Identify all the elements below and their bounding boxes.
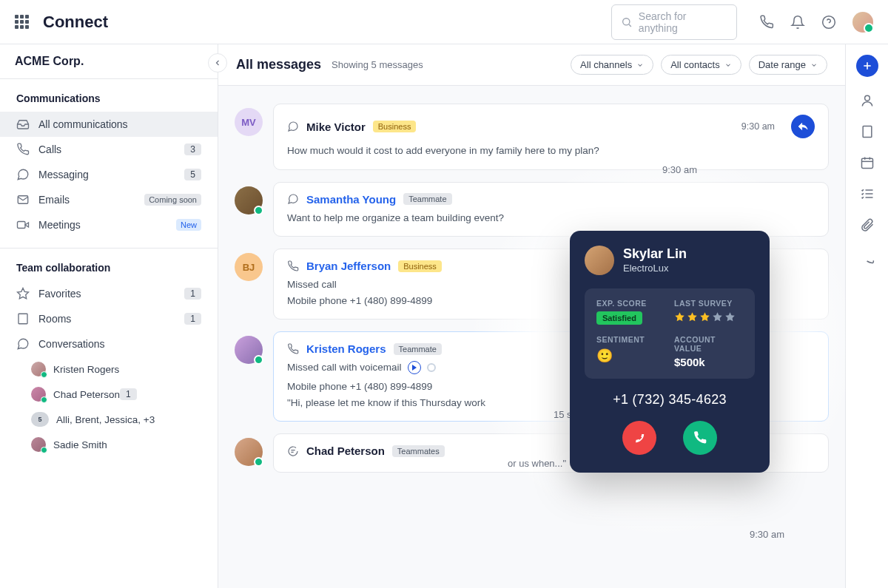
phone-icon [693,430,707,445]
chat-icon [287,193,299,205]
avatar [31,437,46,452]
help-icon[interactable] [821,15,836,30]
attachment-icon[interactable] [860,217,875,232]
sidebar-item-all-communications[interactable]: All communications [0,112,218,137]
sidebar-item-conversations[interactable]: Conversations [0,331,218,356]
sidebar-item-label: All communications [38,118,201,130]
dialer-icon[interactable] [860,250,875,265]
conversation-label: Chad Peterson [53,389,120,400]
contact-type-chip: Teammate [403,193,451,205]
conversation-item[interactable]: Chad Peterson 1 [0,382,218,407]
sidebar-item-label: Conversations [38,338,201,350]
conversation-item[interactable]: 5 Alli, Brent, Jessica, +3 [0,407,218,432]
filter-label: All channels [580,59,632,70]
sidebar-section-communications: Communications [0,79,218,112]
sentiment-emoji: 🙂 [596,348,665,364]
search-placeholder: Search for anything [639,10,727,34]
workspace-name: ACME Corp. [15,55,84,68]
sidebar-item-label: Favorites [38,288,184,300]
sidebar-item-favorites[interactable]: Favorites 1 [0,281,218,306]
message-body: How much would it cost to add everyone i… [287,143,815,159]
decline-call-button[interactable] [622,421,656,455]
sidebar-item-emails[interactable]: Emails Coming soon [0,187,218,212]
avatar [31,387,46,402]
sender-name[interactable]: Bryan Jefferson [306,260,391,272]
messages-subtitle: Showing 5 messages [332,59,423,70]
phone-icon [16,143,30,156]
reply-button[interactable] [791,115,815,138]
workspace-header: ACME Corp. [0,44,218,79]
stat-exp-score: EXP. SCORE Satisfied [596,299,665,325]
sidebar-item-rooms[interactable]: Rooms 1 [0,306,218,331]
profile-icon[interactable] [860,93,875,108]
filter-date[interactable]: Date range [749,55,827,75]
calendar-icon[interactable] [860,155,875,170]
svg-rect-23 [861,158,872,168]
conversation-label: Alli, Brent, Jessica, +3 [56,414,155,425]
header-actions [759,15,836,30]
chat-icon [16,168,30,181]
search-icon [621,16,633,28]
reply-arrow-icon [797,121,809,132]
sender-name[interactable]: Kristen Rogers [306,342,386,355]
mail-icon [16,193,30,206]
chevron-down-icon [636,61,644,69]
inbox-icon [16,118,30,131]
sidebar-item-messaging[interactable]: Messaging 5 [0,162,218,187]
building-icon[interactable] [860,124,875,139]
stat-label: EXP. SCORE [596,299,665,308]
message-body: Want to help me organize a team building… [287,210,815,226]
sidebar-collapse-button[interactable] [208,53,227,72]
sidebar-item-label: Emails [38,194,144,206]
filter-label: Date range [758,59,806,70]
filter-contacts[interactable]: All contacts [661,55,741,75]
voicemail-label: Missed call with voicemail [287,359,402,376]
conversation-item[interactable]: Sadie Smith [0,432,218,457]
avatar [31,362,46,376]
avatar: MV [235,108,263,136]
sidebar-item-calls[interactable]: Calls 3 [0,137,218,162]
message-row[interactable]: Samantha Young Teammate Want to help me … [235,182,829,237]
tasks-icon[interactable] [860,186,875,201]
phone-icon[interactable] [759,15,774,30]
chat-icon [16,337,30,351]
content: All messages Showing 5 messages All chan… [218,44,888,588]
play-voicemail-button[interactable] [408,361,421,374]
plus-icon [861,60,873,72]
sender-name[interactable]: Samantha Young [306,193,396,206]
app-title: Connect [43,13,108,32]
user-avatar[interactable] [852,12,873,33]
message-row[interactable]: MV Mike Victor Business 9:30 am How much… [235,104,829,170]
contact-type-chip: Teammates [392,445,445,457]
messages-title: All messages [236,57,321,72]
conversation-item[interactable]: Kristen Rogers [0,356,218,382]
filter-label: All contacts [670,59,719,70]
svg-marker-7 [18,288,29,299]
filter-channels[interactable]: All channels [571,55,653,75]
add-button[interactable] [856,55,878,77]
phone-icon [287,260,299,272]
sidebar-item-label: Rooms [38,313,184,325]
scrub-handle[interactable] [427,363,436,372]
svg-rect-5 [18,222,26,229]
apps-grid-icon[interactable] [15,15,30,30]
svg-point-17 [864,95,870,101]
avatar [235,336,263,364]
svg-point-0 [623,18,630,24]
chat-icon [287,445,299,457]
svg-point-2 [823,16,835,28]
stat-sentiment: SENTIMENT 🙂 [596,335,665,368]
bell-icon[interactable] [790,15,805,30]
sidebar-item-meetings[interactable]: Meetings New [0,212,218,237]
contact-type-chip: Teammate [394,343,442,355]
message-card: Samantha Young Teammate Want to help me … [273,182,829,237]
accept-call-button[interactable] [683,421,717,455]
search-input[interactable]: Search for anything [611,4,737,40]
count-badge: 1 [120,388,137,400]
contact-type-chip: Business [373,121,417,132]
star-rating [674,311,743,322]
video-icon [16,218,30,232]
avatar: BJ [235,253,263,281]
coming-soon-badge: Coming soon [144,194,201,206]
sidebar: ACME Corp. Communications All communicat… [0,44,218,588]
